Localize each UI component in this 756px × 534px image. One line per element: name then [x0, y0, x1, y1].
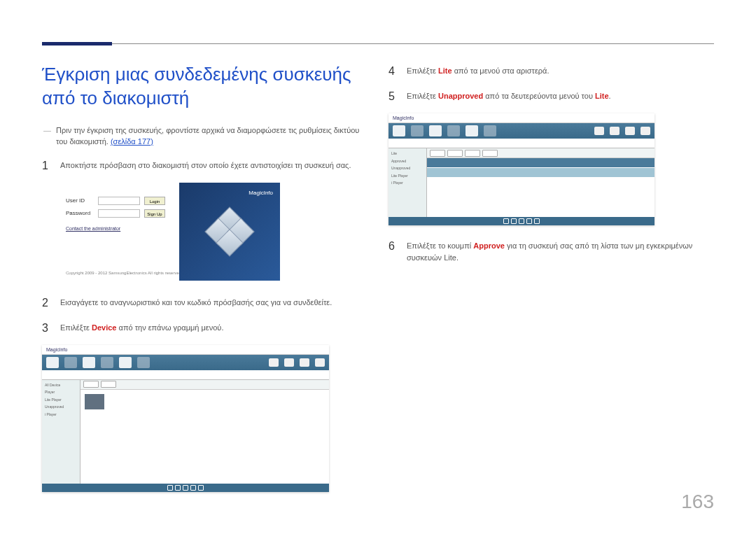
- toolbar-icon[interactable]: [64, 357, 77, 368]
- app-body: Lite Approved Unapproved Lite Player i P…: [388, 148, 654, 217]
- page-number: 163: [681, 491, 714, 513]
- contact-admin-link[interactable]: Contact the administrator: [66, 226, 169, 231]
- toolbar-icon[interactable]: [429, 125, 442, 136]
- page-heading: Έγκριση μιας συνδεδεμένης συσκευής από τ…: [42, 63, 368, 111]
- app-subbar: [42, 370, 329, 380]
- mini-btn[interactable]: [465, 150, 480, 157]
- sidebar-item[interactable]: Lite Player: [391, 174, 424, 178]
- app-footer: [388, 217, 654, 225]
- sidebar-item[interactable]: Player: [45, 390, 77, 395]
- login-form-panel: User ID Login Password Sign Up Contact t…: [56, 183, 179, 281]
- step-2-text: Εισαγάγετε το αναγνωριστικό και τον κωδι…: [60, 295, 332, 311]
- app-main: [427, 148, 654, 217]
- step-4: 4 Επιλέξτε Lite από τα μενού στα αριστερ…: [388, 63, 714, 80]
- step-6: 6 Επιλέξτε το κουμπί Approve για τη συσκ…: [388, 238, 714, 263]
- copyright-text: Copyright 2009 - 2012 SamsungElectronics…: [66, 271, 181, 275]
- mini-btn[interactable]: [430, 150, 445, 157]
- footer-nav[interactable]: [183, 485, 188, 491]
- footer-nav[interactable]: [534, 218, 540, 224]
- toolbar-icon[interactable]: [393, 125, 405, 136]
- footer-nav[interactable]: [190, 485, 196, 491]
- lite-keyword-2: Lite: [595, 92, 609, 100]
- toolbar-icon-sm[interactable]: [284, 358, 294, 367]
- note-text: Πριν την έγκριση της συσκευής, φροντίστε…: [56, 126, 359, 146]
- sidebar-item[interactable]: Lite: [391, 151, 424, 156]
- app-sidebar: Lite Approved Unapproved Lite Player i P…: [388, 148, 427, 217]
- right-column: 4 Επιλέξτε Lite από τα μενού στα αριστερ…: [388, 63, 714, 506]
- diamond-graphic: [209, 211, 251, 253]
- step-num-4: 4: [388, 63, 398, 80]
- login-button[interactable]: Login: [144, 197, 165, 205]
- app-header: MagicInfo: [388, 113, 654, 123]
- app-subbar: [388, 139, 654, 148]
- step-4-text: Επιλέξτε Lite από τα μενού στα αριστερά.: [407, 63, 549, 80]
- toolbar-icon-sm[interactable]: [625, 127, 635, 135]
- step-2: 2 Εισαγάγετε το αναγνωριστικό και τον κω…: [42, 295, 368, 311]
- step-num-3: 3: [42, 320, 52, 337]
- toolbar-icon[interactable]: [101, 357, 113, 368]
- toolbar-icon-sm[interactable]: [640, 127, 650, 135]
- toolbar-icon[interactable]: [119, 357, 132, 368]
- toolbar-icon[interactable]: [83, 357, 95, 368]
- footer-nav[interactable]: [167, 485, 173, 491]
- user-id-input[interactable]: [98, 197, 140, 205]
- header-accent: [42, 42, 112, 45]
- app-body: All Device Player Lite Player Unapproved…: [42, 380, 329, 484]
- mini-btn[interactable]: [83, 381, 99, 388]
- unapproved-screenshot: MagicInfo Lite Approved Unapproved: [388, 113, 654, 225]
- note-page-link[interactable]: (σελίδα 177): [111, 137, 153, 146]
- footer-nav[interactable]: [198, 485, 204, 491]
- toolbar-icon[interactable]: [411, 125, 424, 136]
- step-num-6: 6: [388, 238, 398, 263]
- mini-btn[interactable]: [447, 150, 463, 157]
- signup-button[interactable]: Sign Up: [144, 209, 165, 218]
- sidebar-item[interactable]: Unapproved: [45, 405, 77, 409]
- step-3: 3 Επιλέξτε Device από την επάνω γραμμή μ…: [42, 320, 368, 337]
- device-screenshot: MagicInfo All Device Player Lite P: [42, 345, 329, 492]
- footer-nav[interactable]: [175, 485, 181, 491]
- toolbar-icon[interactable]: [137, 357, 150, 368]
- login-branding-panel: MagicInfo: [179, 183, 280, 281]
- step-3-text: Επιλέξτε Device από την επάνω γραμμή μεν…: [60, 320, 223, 337]
- data-rows: [427, 158, 654, 178]
- app-content: [80, 390, 329, 484]
- sidebar-item[interactable]: Lite Player: [45, 398, 77, 402]
- table-row[interactable]: [427, 158, 654, 168]
- table-row[interactable]: [427, 168, 654, 178]
- sidebar-item[interactable]: Approved: [391, 159, 424, 164]
- app-header: MagicInfo: [42, 345, 329, 355]
- toolbar-icon-sm[interactable]: [610, 127, 620, 135]
- footer-nav[interactable]: [519, 218, 524, 224]
- app-toolbar: [388, 123, 654, 139]
- footer-nav[interactable]: [526, 218, 532, 224]
- app-toolbar: [42, 355, 329, 370]
- left-column: Έγκριση μιας συνδεδεμένης συσκευής από τ…: [42, 63, 368, 506]
- magicinfo-logo: MagicInfo: [248, 190, 273, 196]
- toolbar-icon-sm[interactable]: [315, 358, 325, 367]
- approve-keyword: Approve: [473, 241, 505, 250]
- toolbar-icon-sm[interactable]: [269, 358, 279, 367]
- step-1-text: Αποκτήστε πρόσβαση στο διακομιστή στον ο…: [60, 157, 351, 174]
- toolbar-icon-sm[interactable]: [300, 358, 309, 367]
- toolbar-icon[interactable]: [465, 125, 478, 136]
- password-label: Password: [66, 210, 94, 216]
- step-num-1: 1: [42, 157, 52, 174]
- sidebar-item[interactable]: i Player: [45, 412, 77, 417]
- device-thumbnail[interactable]: [85, 394, 104, 409]
- footer-nav[interactable]: [503, 218, 509, 224]
- mini-btn[interactable]: [482, 150, 498, 157]
- sidebar-item[interactable]: Unapproved: [391, 166, 424, 171]
- step-num-2: 2: [42, 295, 52, 311]
- header-rule: [42, 43, 714, 44]
- toolbar-icon-sm[interactable]: [594, 127, 604, 135]
- toolbar-icon[interactable]: [447, 125, 460, 136]
- step-5: 5 Επιλέξτε Unapproved από τα δευτερεύοντ…: [388, 88, 714, 105]
- toolbar-icon[interactable]: [46, 357, 59, 368]
- sidebar-item[interactable]: All Device: [45, 383, 77, 388]
- footer-nav[interactable]: [511, 218, 517, 224]
- mini-btn[interactable]: [101, 381, 116, 388]
- sidebar-item[interactable]: i Player: [391, 181, 424, 185]
- password-input[interactable]: [98, 209, 140, 218]
- toolbar-icon[interactable]: [484, 125, 496, 136]
- app-main-toolbar: [427, 148, 654, 158]
